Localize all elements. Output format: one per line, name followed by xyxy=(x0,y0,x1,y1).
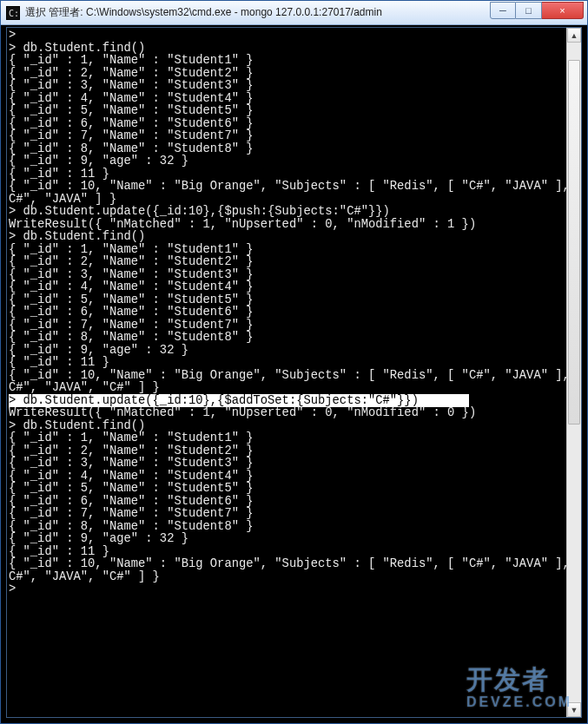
terminal-line: { "_id" : 9, "age" : 32 } xyxy=(9,533,565,546)
terminal-line: > db.Student.find() xyxy=(9,43,565,56)
terminal-line: WriteResult({ "nMatched" : 1, "nUpserted… xyxy=(9,407,565,420)
terminal-line: { "_id" : 6, "Name" : "Student6" } xyxy=(9,496,565,509)
titlebar[interactable]: C: 選択 管理者: C:\Windows\system32\cmd.exe -… xyxy=(1,1,587,25)
terminal-line: { "_id" : 4, "Name" : "Student4" } xyxy=(9,471,565,484)
terminal-line: > db.Student.find() xyxy=(9,420,565,433)
terminal-line: { "_id" : 2, "Name" : "Student2" } xyxy=(9,68,565,81)
scroll-up-button[interactable]: ▲ xyxy=(567,28,581,43)
terminal-line: { "_id" : 8, "Name" : "Student8" } xyxy=(9,143,565,156)
terminal-line: { "_id" : 4, "Name" : "Student4" } xyxy=(9,281,565,294)
scroll-down-button[interactable]: ▼ xyxy=(567,702,581,717)
terminal-line: { "_id" : 11 } xyxy=(9,168,565,181)
terminal-line: { "_id" : 9, "age" : 32 } xyxy=(9,155,565,168)
terminal-line: { "_id" : 6, "Name" : "Student6" } xyxy=(9,306,565,319)
terminal-line: { "_id" : 5, "Name" : "Student5" } xyxy=(9,483,565,496)
terminal-line: { "_id" : 11 } xyxy=(9,357,565,370)
svg-text:C:: C: xyxy=(9,9,19,18)
terminal-line: { "_id" : 9, "age" : 32 } xyxy=(9,345,565,358)
terminal-line: { "_id" : 3, "Name" : "Student3" } xyxy=(9,457,565,471)
scroll-track[interactable] xyxy=(567,43,581,702)
terminal-line: { "_id" : 5, "Name" : "Student5" } xyxy=(9,105,565,118)
terminal-line: { "_id" : 10, "Name" : "Big Orange", "Su… xyxy=(9,181,565,194)
window-title: 選択 管理者: C:\Windows\system32\cmd.exe - mo… xyxy=(25,5,490,20)
terminal-output[interactable]: >> db.Student.find(){ "_id" : 1, "Name" … xyxy=(7,28,566,717)
cmd-window: C: 選択 管理者: C:\Windows\system32\cmd.exe -… xyxy=(0,0,588,724)
terminal-line: { "_id" : 2, "Name" : "Student2" } xyxy=(9,256,565,269)
close-button[interactable]: × xyxy=(542,2,584,19)
terminal-line: { "_id" : 7, "Name" : "Student7" } xyxy=(9,130,565,143)
maximize-button[interactable]: □ xyxy=(516,2,542,19)
terminal-line: { "_id" : 1, "Name" : "Student1" } xyxy=(9,244,565,257)
terminal-line: { "_id" : 1, "Name" : "Student1" } xyxy=(9,432,565,445)
terminal-line: { "_id" : 3, "Name" : "Student3" } xyxy=(9,269,565,282)
window-buttons: ─ □ × xyxy=(490,2,584,19)
terminal-line: { "_id" : 7, "Name" : "Student7" } xyxy=(9,508,565,521)
terminal-line: > db.Student.update({_id:10},{$push:{Sub… xyxy=(9,206,565,219)
minimize-button[interactable]: ─ xyxy=(490,2,516,19)
terminal-line: C#", "JAVA" ] } xyxy=(9,194,565,207)
terminal-line: C#", "JAVA", "C#" ] } xyxy=(9,382,565,395)
terminal-line: { "_id" : 6, "Name" : "Student6" } xyxy=(9,118,565,131)
terminal-line: C#", "JAVA", "C#" ] } xyxy=(9,571,565,584)
selected-text: > db.Student.update({_id:10},{$addToSet:… xyxy=(9,394,469,407)
terminal-line: { "_id" : 10, "Name" : "Big Orange", "Su… xyxy=(9,558,565,571)
terminal-line: { "_id" : 4, "Name" : "Student4" } xyxy=(9,93,565,106)
terminal-line: > db.Student.update({_id:10},{$addToSet:… xyxy=(9,395,565,408)
terminal-line: { "_id" : 5, "Name" : "Student5" } xyxy=(9,294,565,307)
terminal-line: { "_id" : 8, "Name" : "Student8" } xyxy=(9,332,565,345)
terminal-line: > xyxy=(9,583,565,596)
terminal-line: { "_id" : 10, "Name" : "Big Orange", "Su… xyxy=(9,370,565,383)
vertical-scrollbar[interactable]: ▲ ▼ xyxy=(566,28,581,717)
terminal-line: { "_id" : 11 } xyxy=(9,546,565,559)
terminal-line: { "_id" : 8, "Name" : "Student8" } xyxy=(9,521,565,534)
cmd-icon: C: xyxy=(6,6,20,20)
terminal-line: { "_id" : 7, "Name" : "Student7" } xyxy=(9,319,565,332)
terminal-line: { "_id" : 2, "Name" : "Student2" } xyxy=(9,445,565,458)
terminal-line: > xyxy=(9,30,565,43)
terminal-line: > db.Student.find() xyxy=(9,231,565,244)
terminal-line: WriteResult({ "nMatched" : 1, "nUpserted… xyxy=(9,219,565,232)
terminal-line: { "_id" : 1, "Name" : "Student1" } xyxy=(9,55,565,68)
scroll-thumb[interactable] xyxy=(568,60,580,425)
client-area: >> db.Student.find(){ "_id" : 1, "Name" … xyxy=(6,27,582,718)
terminal-line: { "_id" : 3, "Name" : "Student3" } xyxy=(9,80,565,93)
